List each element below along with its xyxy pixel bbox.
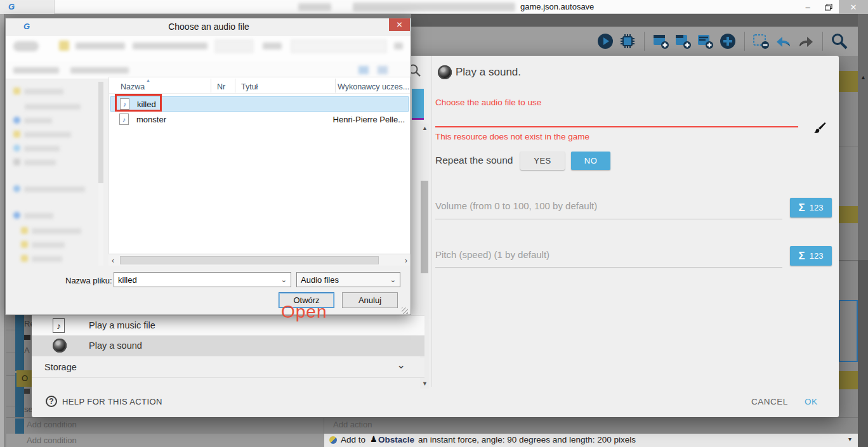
chevron-down-icon: ⌄ bbox=[281, 276, 287, 284]
gdevelop-logo-icon: G bbox=[8, 3, 15, 11]
delete-event-icon[interactable] bbox=[752, 32, 771, 51]
divider bbox=[6, 406, 15, 406]
sidebar-item[interactable] bbox=[13, 143, 60, 154]
force-action-icon bbox=[329, 436, 337, 444]
action-group-storage[interactable]: Storage ⌄ bbox=[32, 358, 424, 378]
app-scrollbar-thumb[interactable] bbox=[858, 260, 868, 447]
highlighted-event-outline bbox=[839, 300, 858, 362]
cancel-button[interactable]: CANCEL bbox=[751, 397, 788, 406]
sidebar-item[interactable] bbox=[25, 101, 81, 112]
search-events-icon[interactable] bbox=[830, 32, 849, 51]
resource-error-text: This resource does not exist in the game bbox=[435, 132, 589, 141]
file-dialog-sidebar bbox=[11, 82, 97, 266]
undo-icon[interactable] bbox=[774, 32, 793, 51]
filename-value: killed bbox=[118, 275, 137, 285]
pane-divider bbox=[431, 56, 432, 387]
action-text-prefix: Add to bbox=[341, 435, 365, 444]
repeat-yes-button[interactable]: YES bbox=[520, 152, 565, 170]
sidebar-item[interactable] bbox=[21, 225, 81, 236]
category-tab-audio[interactable] bbox=[412, 89, 424, 118]
action-item-play-sound-selected[interactable]: Play a sound bbox=[32, 335, 424, 356]
filetype-value: Audio files bbox=[301, 275, 339, 285]
sidebar-scrollbar[interactable] bbox=[98, 82, 103, 266]
volume-expression-button[interactable]: Σ 123 bbox=[790, 198, 832, 217]
scroll-right-icon[interactable]: › bbox=[405, 256, 407, 265]
pitch-field-input[interactable] bbox=[435, 267, 782, 268]
file-name: monster bbox=[136, 115, 166, 124]
scrollbar-thumb[interactable] bbox=[421, 181, 428, 273]
scroll-down-icon[interactable]: ▼ bbox=[422, 381, 428, 387]
close-button[interactable]: ✕ bbox=[839, 0, 868, 14]
column-separator[interactable] bbox=[335, 79, 336, 93]
selected-event-block bbox=[839, 371, 858, 389]
divider bbox=[6, 375, 15, 376]
column-header-name[interactable]: Nazwa bbox=[121, 82, 145, 91]
resize-grip[interactable] bbox=[402, 308, 408, 314]
action-item-play-music[interactable]: ♪ Play a music file bbox=[32, 315, 424, 335]
hscrollbar-thumb[interactable] bbox=[120, 256, 379, 264]
blurred-view-icon[interactable] bbox=[358, 66, 369, 74]
obstacle-object-icon: ♟ bbox=[370, 434, 378, 444]
scroll-up-icon[interactable]: ▲ bbox=[422, 126, 428, 131]
file-dialog-close-button[interactable]: ✕ bbox=[389, 18, 410, 31]
dimmed-menubar bbox=[411, 14, 858, 27]
volume-field-input[interactable] bbox=[435, 219, 782, 219]
redo-icon[interactable] bbox=[796, 32, 815, 51]
scroll-left-icon[interactable]: ‹ bbox=[112, 256, 114, 265]
sidebar-item[interactable] bbox=[13, 129, 71, 140]
column-header-nr[interactable]: Nr bbox=[217, 82, 225, 91]
column-separator[interactable] bbox=[235, 79, 235, 93]
ok-button[interactable]: OK bbox=[805, 397, 818, 406]
expression-123: 123 bbox=[810, 251, 824, 261]
add-comment-icon[interactable] bbox=[696, 32, 715, 51]
sidebar-item[interactable] bbox=[13, 86, 63, 97]
selected-event-block bbox=[839, 71, 858, 92]
add-condition-link: Add condition bbox=[27, 436, 77, 445]
blurred-title-text bbox=[353, 3, 515, 11]
sidebar-item[interactable] bbox=[21, 239, 65, 250]
sidebar-scrollbar-thumb[interactable] bbox=[98, 82, 103, 183]
blurred-breadcrumb[interactable] bbox=[133, 42, 207, 49]
music-file-icon: ♪ bbox=[53, 318, 65, 333]
help-for-action-link[interactable]: ? HELP FOR THIS ACTION bbox=[46, 396, 162, 407]
sidebar-item[interactable] bbox=[13, 157, 56, 168]
filename-combobox[interactable]: killed ⌄ bbox=[114, 272, 291, 287]
pitch-expression-button[interactable]: Σ 123 bbox=[790, 246, 832, 266]
sidebar-item[interactable] bbox=[21, 253, 62, 264]
add-subevent-icon[interactable] bbox=[674, 32, 693, 51]
chevron-down-icon: ⌄ bbox=[397, 358, 405, 372]
action-item-label: Play a sound bbox=[89, 340, 142, 351]
preview-play-icon[interactable] bbox=[596, 32, 615, 51]
sidebar-item[interactable] bbox=[13, 210, 53, 221]
scroll-up-icon[interactable]: ▲ bbox=[860, 75, 866, 81]
blurred-breadcrumb[interactable] bbox=[76, 42, 125, 49]
column-separator[interactable] bbox=[211, 79, 211, 93]
add-circle-icon[interactable] bbox=[718, 32, 737, 51]
app-titlebar: G game.json.autosave – ✕ bbox=[0, 0, 868, 14]
add-event-icon[interactable] bbox=[652, 32, 671, 51]
blurred-newfolder-menu[interactable] bbox=[70, 67, 129, 74]
column-header-artists[interactable]: Wykonawcy uczes... bbox=[338, 82, 409, 91]
file-list-hscrollbar[interactable]: ‹ › bbox=[109, 255, 411, 266]
debug-icon[interactable] bbox=[618, 32, 637, 51]
blurred-nav-buttons[interactable] bbox=[13, 41, 39, 51]
restore-icon bbox=[825, 4, 832, 11]
sidebar-item[interactable] bbox=[13, 115, 52, 126]
blurred-search-box[interactable] bbox=[291, 40, 386, 53]
sidebar-item[interactable] bbox=[13, 183, 85, 195]
action-object-name: Obstacle bbox=[378, 435, 414, 444]
blurred-organize-menu[interactable] bbox=[13, 67, 59, 74]
repeat-no-button[interactable]: NO bbox=[571, 152, 610, 170]
help-label: HELP FOR THIS ACTION bbox=[62, 397, 162, 406]
brush-edit-icon[interactable] bbox=[812, 121, 826, 135]
minimize-button[interactable]: – bbox=[797, 0, 819, 14]
resource-field-input[interactable] bbox=[435, 126, 798, 127]
filetype-combobox[interactable]: Audio files ⌄ bbox=[296, 272, 400, 287]
annotation-highlight-rect bbox=[115, 94, 162, 112]
blurred-help-icon[interactable] bbox=[378, 66, 388, 74]
cancel-file-button[interactable]: Anuluj bbox=[342, 292, 398, 308]
restore-button[interactable] bbox=[819, 0, 839, 14]
column-header-title[interactable]: Tytuł bbox=[241, 82, 258, 91]
blurred-address-box[interactable] bbox=[215, 40, 253, 53]
file-row-monster[interactable]: ♪ monster Henri-Pierre Pelle... bbox=[110, 112, 409, 127]
